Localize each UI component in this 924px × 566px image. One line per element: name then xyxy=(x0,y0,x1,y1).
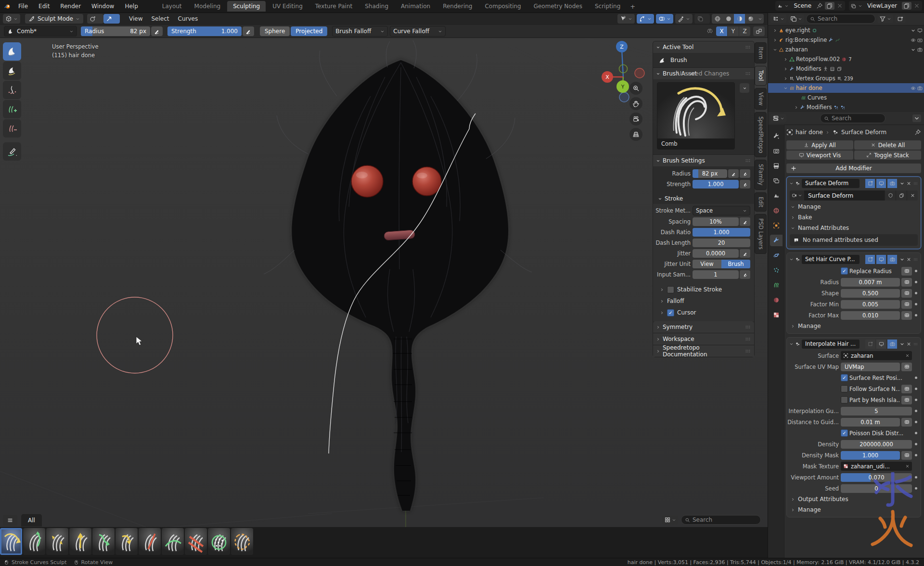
animate-decorator[interactable] xyxy=(915,292,917,294)
shelf-brush-bend[interactable] xyxy=(92,528,115,555)
surface-rest-posi--checkbox[interactable]: ✓ xyxy=(841,374,848,381)
modifier-extras-dropdown[interactable] xyxy=(899,341,905,347)
properties-tab-physics[interactable] xyxy=(770,250,783,261)
viewport-amount-value[interactable]: 0.070 xyxy=(841,473,912,482)
chevron-down-icon[interactable] xyxy=(911,28,916,33)
pen-pressure-button[interactable] xyxy=(740,249,750,258)
render-toggle-camera-icon[interactable] xyxy=(917,38,923,43)
workspace-tab-modeling[interactable]: Modeling xyxy=(189,1,227,12)
speedretopo-documentation-panel[interactable]: Speedretopo Documentation xyxy=(653,345,754,357)
stroke-subpanel-header[interactable]: Stroke xyxy=(653,193,754,204)
input-attribute-toggle[interactable] xyxy=(901,451,912,460)
viewport-display-toggle[interactable] xyxy=(876,340,886,349)
poisson-disk-distr--checkbox[interactable]: ✓ xyxy=(841,429,848,437)
animate-decorator[interactable] xyxy=(915,476,917,478)
show-gizmo-dropdown[interactable] xyxy=(617,14,635,24)
section-named-attributes[interactable]: Named Attributes xyxy=(787,223,921,233)
mask-texture-field[interactable]: zaharan_udi... xyxy=(841,462,912,471)
edit-mode-toggle[interactable] xyxy=(865,179,875,188)
radius-pressure-button[interactable] xyxy=(151,26,163,36)
strength-slider[interactable]: Strength 1.000 xyxy=(167,26,242,36)
new-viewlayer-icon[interactable] xyxy=(902,2,911,10)
workspace-panel[interactable]: Workspace xyxy=(653,333,754,345)
section-output-attributes[interactable]: Output Attributes xyxy=(787,494,921,504)
scene-name[interactable]: Scene xyxy=(791,2,814,9)
animate-decorator[interactable] xyxy=(915,314,917,316)
animate-decorator[interactable] xyxy=(915,270,917,272)
properties-tab-material[interactable] xyxy=(770,294,783,306)
drag-dots-icon[interactable] xyxy=(744,157,751,164)
render-toggle-camera-icon[interactable] xyxy=(917,47,923,52)
tool-density[interactable] xyxy=(3,81,21,99)
outliner-row-curves[interactable]: Curves xyxy=(768,93,924,102)
delete-modifier-icon[interactable] xyxy=(906,341,911,347)
mirror-axis-x[interactable]: X xyxy=(716,26,727,36)
modifier-name[interactable]: Set Hair Curve P... xyxy=(802,255,860,264)
render-toggle-camera-icon[interactable] xyxy=(917,86,923,91)
brush-asset-dropdown[interactable] xyxy=(740,83,749,93)
animate-decorator[interactable] xyxy=(915,410,917,412)
symmetry-butterfly-icon[interactable] xyxy=(706,28,713,35)
sidebar-tab-edit[interactable]: Edit xyxy=(755,192,767,212)
properties-tab-tool[interactable] xyxy=(770,130,783,142)
drag-dots-icon[interactable] xyxy=(744,44,751,50)
factor-max-value[interactable]: 0.010 xyxy=(841,311,900,320)
outliner-row-modifiers[interactable]: Modifiers xyxy=(768,102,924,112)
menu-help[interactable]: Help xyxy=(120,1,142,11)
dropdown-brush-falloff[interactable]: Brush Falloff xyxy=(332,26,388,37)
menu-file[interactable]: File xyxy=(13,1,33,11)
strength-slider[interactable]: 1.000 xyxy=(693,180,739,189)
properties-editor-type[interactable] xyxy=(770,114,786,123)
viewport-menu-select[interactable]: Select xyxy=(147,14,173,24)
outliner-row-zaharan[interactable]: zaharan xyxy=(768,45,924,54)
mirror-axis-y[interactable]: Y xyxy=(728,26,739,36)
shelf-display-button[interactable] xyxy=(662,516,678,524)
stroke-met--dropdown[interactable]: Space xyxy=(693,206,750,215)
properties-tab-particles[interactable] xyxy=(770,264,783,276)
radius-value[interactable]: 0.007 m xyxy=(841,278,900,287)
section-manage[interactable]: Manage xyxy=(787,201,921,212)
outliner-filter-images[interactable] xyxy=(788,14,804,23)
properties-tab-texture[interactable] xyxy=(770,309,783,321)
section-manage[interactable]: Manage xyxy=(787,504,921,515)
factor-min-value[interactable]: 0.005 xyxy=(841,300,900,309)
navigation-gizmo[interactable]: Z X Y xyxy=(599,38,652,106)
drag-dots-icon[interactable] xyxy=(913,181,918,186)
sidebar-tab-sfamily[interactable]: SFamily xyxy=(755,160,767,189)
falloff-section[interactable]: Falloff xyxy=(653,295,754,307)
outliner-row-rig-bone-spline[interactable]: rig:Bone:spline xyxy=(768,35,924,45)
datablock-browse[interactable] xyxy=(790,190,804,201)
render-toggle-camera-icon[interactable] xyxy=(917,28,923,33)
tool-comb[interactable] xyxy=(3,42,21,61)
animate-decorator[interactable] xyxy=(915,487,917,490)
render-display-toggle[interactable] xyxy=(887,179,897,188)
spacing-slider[interactable]: 10% xyxy=(693,217,739,226)
shape-value[interactable]: 0.500 xyxy=(841,289,900,298)
viewport-display-toggle[interactable] xyxy=(876,179,886,188)
blender-logo-icon[interactable] xyxy=(4,3,11,10)
delete-modifier-icon[interactable] xyxy=(906,257,911,262)
shape-button-projected[interactable]: Projected xyxy=(291,26,327,36)
workspace-tab-compositing[interactable]: Compositing xyxy=(479,1,526,12)
close-icon[interactable] xyxy=(913,2,920,9)
edit-mode-toggle[interactable] xyxy=(865,255,875,264)
outliner-filter-button[interactable] xyxy=(877,14,893,23)
animate-decorator[interactable] xyxy=(915,303,917,305)
viewlayer-selector[interactable]: ViewLayer xyxy=(849,1,922,11)
modifier-extras-dropdown[interactable] xyxy=(899,181,905,186)
tablet-pressure-button[interactable] xyxy=(740,180,750,189)
menu-render[interactable]: Render xyxy=(55,1,86,11)
distance-to-guid--value[interactable]: 0.01 m xyxy=(841,418,900,427)
sidebar-tab-tool[interactable]: Tool xyxy=(755,66,767,85)
tablet-pressure-button[interactable] xyxy=(740,270,750,279)
mode-selector[interactable]: Sculpt Mode xyxy=(25,14,83,24)
add-workspace-button[interactable]: + xyxy=(627,3,638,10)
pen-pressure-button[interactable] xyxy=(740,217,750,226)
workspace-tab-shading[interactable]: Shading xyxy=(359,1,394,12)
delete-all-button[interactable]: Delete All xyxy=(854,140,921,150)
replace-radius-checkbox[interactable]: ✓ xyxy=(841,267,848,275)
zoom-button[interactable] xyxy=(629,82,642,95)
scene-selector[interactable]: Scene xyxy=(775,1,845,11)
input-attribute-toggle[interactable] xyxy=(901,363,912,371)
drag-dots-icon[interactable] xyxy=(913,341,918,347)
